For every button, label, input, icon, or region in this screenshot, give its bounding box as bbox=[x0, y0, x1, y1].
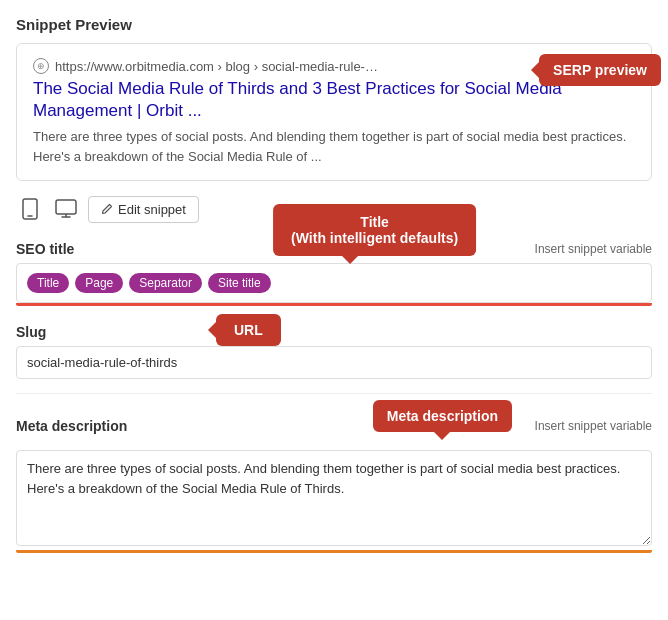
meta-label-row: Meta description Insert snippet variable… bbox=[16, 408, 652, 444]
serp-preview-tooltip: SERP preview bbox=[539, 54, 661, 86]
section-title: Snippet Preview bbox=[16, 16, 652, 33]
meta-insert-variable[interactable]: Insert snippet variable bbox=[535, 419, 652, 433]
url-tooltip: URL bbox=[216, 314, 281, 346]
divider-1 bbox=[16, 393, 652, 394]
slug-section: Slug URL bbox=[16, 324, 652, 379]
seo-title-section: SEO title Insert snippet variable Title … bbox=[16, 241, 652, 303]
slug-label: Slug bbox=[16, 324, 46, 340]
seo-title-bottom-border bbox=[16, 303, 652, 306]
seo-title-insert-variable[interactable]: Insert snippet variable bbox=[535, 242, 652, 256]
edit-snippet-button[interactable]: Edit snippet bbox=[88, 196, 199, 223]
serp-preview-box: ⊕ https://www.orbitmedia.com › blog › so… bbox=[16, 43, 652, 181]
meta-description-label: Meta description bbox=[16, 418, 127, 434]
title-tooltip-line2: (With intelligent defaults) bbox=[291, 230, 458, 246]
title-tooltip-line1: Title bbox=[291, 214, 458, 230]
slug-label-row: Slug URL bbox=[16, 324, 652, 340]
desktop-device-icon[interactable] bbox=[52, 195, 80, 223]
meta-description-section: Meta description Insert snippet variable… bbox=[16, 408, 652, 550]
svg-rect-2 bbox=[56, 200, 76, 214]
tag-page[interactable]: Page bbox=[75, 273, 123, 293]
snippet-preview-section: Snippet Preview ⊕ https://www.orbitmedia… bbox=[16, 16, 652, 553]
tag-separator[interactable]: Separator bbox=[129, 273, 202, 293]
slug-input[interactable] bbox=[16, 346, 652, 379]
seo-title-label: SEO title bbox=[16, 241, 74, 257]
tag-site-title[interactable]: Site title bbox=[208, 273, 271, 293]
globe-icon: ⊕ bbox=[33, 58, 49, 74]
serp-description: There are three types of social posts. A… bbox=[33, 127, 635, 166]
title-tooltip: Title (With intelligent defaults) bbox=[273, 204, 476, 256]
meta-description-tooltip: Meta description bbox=[373, 400, 512, 432]
tag-title[interactable]: Title bbox=[27, 273, 69, 293]
seo-title-input[interactable]: Title Page Separator Site title Title (W… bbox=[16, 263, 652, 303]
mobile-device-icon[interactable] bbox=[16, 195, 44, 223]
edit-snippet-label: Edit snippet bbox=[118, 202, 186, 217]
serp-url: https://www.orbitmedia.com › blog › soci… bbox=[55, 59, 378, 74]
meta-description-bottom-border bbox=[16, 550, 652, 553]
meta-description-textarea[interactable] bbox=[16, 450, 652, 546]
